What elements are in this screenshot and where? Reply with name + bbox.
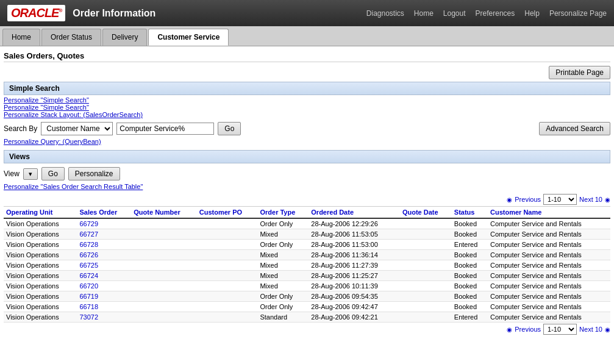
search-left: Search By Customer Name Order Number Sal… <box>4 122 241 135</box>
sales-order-link[interactable]: 66726 <box>79 251 98 259</box>
nav-preferences[interactable]: Preferences <box>476 9 515 18</box>
cell-quote-date <box>400 302 452 312</box>
tab-home[interactable]: Home <box>2 29 40 46</box>
prev-page-top[interactable]: ◉ <box>507 196 512 203</box>
tab-order-status[interactable]: Order Status <box>41 29 101 46</box>
table-row: Vision Operations 66727 Mixed 28-Aug-200… <box>4 229 610 240</box>
table-row: Vision Operations 66728 Order Only 28-Au… <box>4 240 610 250</box>
cell-quote-number <box>131 260 196 271</box>
cell-order-type: Mixed <box>257 250 309 260</box>
personalize-simple-search-link-2[interactable]: Personalize "Simple Search" <box>4 104 610 111</box>
table-row: Vision Operations 66725 Mixed 28-Aug-200… <box>4 260 610 271</box>
cell-operating-unit: Vision Operations <box>4 291 77 302</box>
nav-logout[interactable]: Logout <box>443 9 466 18</box>
cell-operating-unit: Vision Operations <box>4 281 77 291</box>
cell-ordered-date: 28-Aug-2006 11:53:05 <box>309 229 400 240</box>
sales-order-link[interactable]: 66720 <box>79 282 98 290</box>
view-dropdown-button[interactable]: ▾ <box>23 168 38 180</box>
prev-page-bottom[interactable]: ◉ <box>507 326 512 333</box>
col-quote-number-link[interactable]: Quote Number <box>134 209 180 216</box>
cell-quote-number <box>131 240 196 250</box>
personalize-query-link[interactable]: Personalize Query: (QueryBean) <box>4 138 610 145</box>
page-select-bottom[interactable]: 1-10 11-20 21-30 <box>543 324 577 335</box>
col-quote-date-link[interactable]: Quote Date <box>402 209 438 216</box>
col-order-type: Order Type <box>257 207 309 219</box>
personalize-stack-layout-link[interactable]: Personalize Stack Layout: (SalesOrderSea… <box>4 111 610 118</box>
cell-ordered-date: 28-Aug-2006 09:42:47 <box>309 302 400 312</box>
table-section: ◉ Previous 1-10 11-20 21-30 Next 10 ◉ Op… <box>4 193 610 336</box>
prev-label-bottom[interactable]: Previous <box>515 326 541 333</box>
section-title: Sales Orders, Quotes <box>4 49 610 62</box>
cell-order-type: Mixed <box>257 281 309 291</box>
col-customer-name-link[interactable]: Customer Name <box>490 209 541 216</box>
advanced-search-area: Advanced Search <box>539 122 610 135</box>
views-go-button[interactable]: Go <box>41 167 65 180</box>
cell-ordered-date: 28-Aug-2006 11:25:27 <box>309 271 400 281</box>
next-label-top[interactable]: Next 10 <box>579 196 602 203</box>
personalize-table-link[interactable]: Personalize "Sales Order Search Result T… <box>4 183 610 190</box>
search-row: Search By Customer Name Order Number Sal… <box>4 118 610 137</box>
cell-quote-number <box>131 312 196 323</box>
col-customer-po: Customer PO <box>197 207 258 219</box>
col-order-type-link[interactable]: Order Type <box>260 209 295 216</box>
cell-ordered-date: 28-Aug-2006 11:53:00 <box>309 240 400 250</box>
col-customer-po-link[interactable]: Customer PO <box>199 209 242 216</box>
search-by-select[interactable]: Customer Name Order Number Sales Order <box>41 122 113 135</box>
cell-customer-po <box>197 312 258 323</box>
cell-status: Entered <box>452 240 488 250</box>
cell-order-type: Order Only <box>257 302 309 312</box>
oracle-logo: ORACLE® <box>7 5 65 21</box>
cell-quote-number <box>131 271 196 281</box>
cell-quote-date <box>400 291 452 302</box>
nav-help[interactable]: Help <box>524 9 540 18</box>
cell-quote-date <box>400 260 452 271</box>
search-value-input[interactable] <box>116 123 214 135</box>
search-go-button[interactable]: Go <box>218 122 241 135</box>
tab-customer-service[interactable]: Customer Service <box>148 29 229 46</box>
printable-bar: Printable Page <box>4 65 610 82</box>
next-page-bottom[interactable]: ◉ <box>605 326 610 333</box>
table-row: Vision Operations 66726 Mixed 28-Aug-200… <box>4 250 610 260</box>
cell-quote-date <box>400 218 452 229</box>
cell-operating-unit: Vision Operations <box>4 218 77 229</box>
views-personalize-button[interactable]: Personalize <box>68 167 120 180</box>
nav-home[interactable]: Home <box>414 9 434 18</box>
col-operating-unit: Operating Unit <box>4 207 77 219</box>
cell-status: Booked <box>452 229 488 240</box>
views-section: Views View ▾ Go Personalize Personalize … <box>4 150 610 190</box>
sales-order-link[interactable]: 66729 <box>79 220 98 227</box>
col-quote-number: Quote Number <box>131 207 196 219</box>
sales-order-link[interactable]: 66728 <box>79 241 98 248</box>
col-operating-unit-link[interactable]: Operating Unit <box>6 209 52 216</box>
col-status-link[interactable]: Status <box>454 209 475 216</box>
sales-order-link[interactable]: 66727 <box>79 230 98 238</box>
advanced-search-button[interactable]: Advanced Search <box>539 122 610 135</box>
cell-sales-order: 66726 <box>77 250 131 260</box>
cell-customer-name: Computer Service and Rentals <box>488 271 610 281</box>
cell-sales-order: 66727 <box>77 229 131 240</box>
cell-quote-number <box>131 229 196 240</box>
col-sales-order-link[interactable]: Sales Order <box>79 209 117 216</box>
cell-quote-date <box>400 240 452 250</box>
col-customer-name: Customer Name <box>488 207 610 219</box>
cell-sales-order: 73072 <box>77 312 131 323</box>
prev-label-top[interactable]: Previous <box>515 196 541 203</box>
col-ordered-date-link[interactable]: Ordered Date <box>311 209 354 216</box>
page-select-top[interactable]: 1-10 11-20 21-30 <box>543 194 577 205</box>
sales-order-link[interactable]: 66725 <box>79 262 98 269</box>
nav-diagnostics[interactable]: Diagnostics <box>366 9 404 18</box>
next-label-bottom[interactable]: Next 10 <box>579 326 602 333</box>
printable-page-button[interactable]: Printable Page <box>549 66 610 79</box>
sales-order-link[interactable]: 66724 <box>79 272 98 279</box>
next-page-top[interactable]: ◉ <box>605 196 610 203</box>
sales-order-link[interactable]: 66719 <box>79 293 98 300</box>
tab-delivery[interactable]: Delivery <box>102 29 147 46</box>
cell-ordered-date: 28-Aug-2006 11:36:14 <box>309 250 400 260</box>
sales-order-link[interactable]: 66718 <box>79 303 98 310</box>
cell-order-type: Order Only <box>257 240 309 250</box>
cell-operating-unit: Vision Operations <box>4 312 77 323</box>
personalize-simple-search-link-1[interactable]: Personalize "Simple Search" <box>4 96 610 104</box>
nav-personalize-page[interactable]: Personalize Page <box>549 9 607 18</box>
sales-order-link[interactable]: 73072 <box>79 313 98 321</box>
cell-quote-number <box>131 291 196 302</box>
